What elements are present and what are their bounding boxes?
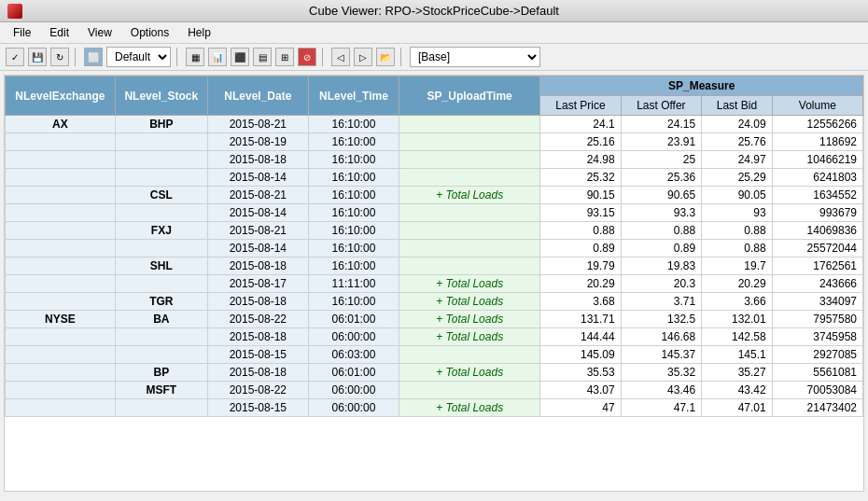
cell-last-price: 25.16 <box>540 133 621 151</box>
cell-last-offer: 47.1 <box>621 399 701 417</box>
cell-volume: 243666 <box>772 275 862 293</box>
toolbar-refresh[interactable]: ↻ <box>50 48 69 66</box>
cell-time: 06:01:00 <box>308 311 399 328</box>
cell-stock <box>115 204 207 222</box>
col-header-date: NLevel_Date <box>207 77 308 116</box>
cell-last-bid: 19.7 <box>702 257 773 275</box>
toolbar-base-select[interactable]: [Base] <box>410 47 540 67</box>
menu-view[interactable]: View <box>80 24 119 41</box>
cell-upload <box>399 133 540 151</box>
cell-date: 2015-08-18 <box>207 328 308 346</box>
cell-exchange <box>6 133 116 151</box>
cell-time: 16:10:00 <box>308 169 399 187</box>
toolbar-check[interactable]: ✓ <box>6 48 24 66</box>
cell-volume: 5561081 <box>772 364 862 382</box>
toolbar-btn6[interactable]: ◁ <box>331 48 350 66</box>
toolbar-cube[interactable]: ⬜ <box>84 48 103 66</box>
cell-volume: 1634552 <box>772 187 862 204</box>
cell-time: 06:03:00 <box>308 346 399 364</box>
cell-date: 2015-08-18 <box>207 151 308 169</box>
cell-time: 06:00:00 <box>308 399 399 417</box>
cell-last-price: 131.71 <box>540 311 621 328</box>
cell-upload <box>399 346 540 364</box>
cell-stock: FXJ <box>115 222 207 240</box>
cell-last-price: 20.29 <box>540 275 621 293</box>
cell-volume: 12556266 <box>772 116 862 133</box>
cell-exchange <box>6 364 116 382</box>
menu-file[interactable]: File <box>6 24 38 41</box>
cell-volume: 118692 <box>772 133 862 151</box>
toolbar-btn4[interactable]: ▤ <box>253 48 272 66</box>
cell-date: 2015-08-14 <box>207 169 308 187</box>
cell-last-price: 90.15 <box>540 187 621 204</box>
cell-volume: 6241803 <box>772 169 862 187</box>
toolbar-btn2[interactable]: 📊 <box>208 48 227 66</box>
cell-stock <box>115 399 207 417</box>
cell-volume: 25572044 <box>772 240 862 257</box>
cell-exchange <box>6 399 116 417</box>
cell-date: 2015-08-14 <box>207 240 308 257</box>
cell-last-offer: 145.37 <box>621 346 701 364</box>
toolbar-btn7[interactable]: ▷ <box>354 48 372 66</box>
col-header-time: NLevel_Time <box>308 77 399 116</box>
col-header-upload: SP_UploadTime <box>399 77 540 116</box>
table-row: 2015-08-1816:10:0024.982524.9710466219 <box>6 151 863 169</box>
cell-exchange <box>6 382 116 399</box>
cell-volume: 7957580 <box>772 311 862 328</box>
cell-volume: 70053084 <box>772 382 862 399</box>
menu-edit[interactable]: Edit <box>42 24 77 41</box>
toolbar: ✓ 💾 ↻ ⬜ Default ▦ 📊 ⬛ ▤ ⊞ ⊘ ◁ ▷ 📂 [Base] <box>0 44 868 71</box>
cell-exchange <box>6 293 116 311</box>
cell-time: 16:10:00 <box>308 204 399 222</box>
cell-last-bid: 43.42 <box>702 382 773 399</box>
cell-stock: TGR <box>115 293 207 311</box>
cell-date: 2015-08-15 <box>207 346 308 364</box>
cell-last-offer: 23.91 <box>621 133 701 151</box>
cell-date: 2015-08-21 <box>207 222 308 240</box>
table-row: 2015-08-1416:10:0093.1593.393993679 <box>6 204 863 222</box>
menu-help[interactable]: Help <box>180 24 218 41</box>
toolbar-view-select[interactable]: Default <box>106 47 171 67</box>
cell-last-bid: 0.88 <box>702 240 773 257</box>
cell-last-bid: 24.97 <box>702 151 773 169</box>
toolbar-stop[interactable]: ⊘ <box>298 48 316 66</box>
cell-last-bid: 20.29 <box>702 275 773 293</box>
cell-last-offer: 0.89 <box>621 240 701 257</box>
menu-options[interactable]: Options <box>123 24 176 41</box>
cell-last-bid: 90.05 <box>702 187 773 204</box>
toolbar-btn3[interactable]: ⬛ <box>231 48 249 66</box>
cell-last-price: 19.79 <box>540 257 621 275</box>
cell-time: 06:01:00 <box>308 364 399 382</box>
cell-time: 16:10:00 <box>308 222 399 240</box>
cell-last-bid: 0.88 <box>702 222 773 240</box>
cell-date: 2015-08-17 <box>207 275 308 293</box>
cell-date: 2015-08-21 <box>207 116 308 133</box>
cell-exchange <box>6 187 116 204</box>
cell-last-bid: 142.58 <box>702 328 773 346</box>
cell-upload <box>399 382 540 399</box>
cell-upload: + Total Loads <box>399 311 540 328</box>
cell-volume: 1762561 <box>772 257 862 275</box>
cell-last-offer: 90.65 <box>621 187 701 204</box>
table-row: 2015-08-1711:11:00+ Total Loads20.2920.3… <box>6 275 863 293</box>
cell-time: 16:10:00 <box>308 293 399 311</box>
toolbar-btn1[interactable]: ▦ <box>186 48 204 66</box>
table-row: TGR2015-08-1816:10:00+ Total Loads3.683.… <box>6 293 863 311</box>
cell-volume: 3745958 <box>772 328 862 346</box>
col-header-stock: NLevel_Stock <box>115 77 207 116</box>
cell-date: 2015-08-15 <box>207 399 308 417</box>
cell-exchange <box>6 169 116 187</box>
col-header-exchange: NLevelExchange <box>6 77 116 116</box>
table-row: 2015-08-1506:03:00145.09145.37145.129270… <box>6 346 863 364</box>
app-icon <box>7 4 22 19</box>
toolbar-separator-1 <box>75 48 78 66</box>
cell-stock: SHL <box>115 257 207 275</box>
table-row: 2015-08-1506:00:00+ Total Loads4747.147.… <box>6 399 863 417</box>
toolbar-btn8[interactable]: 📂 <box>376 48 395 66</box>
table-row: FXJ2015-08-2116:10:000.880.880.881406983… <box>6 222 863 240</box>
toolbar-save[interactable]: 💾 <box>28 48 47 66</box>
cell-time: 11:11:00 <box>308 275 399 293</box>
toolbar-btn5[interactable]: ⊞ <box>275 48 294 66</box>
cell-last-bid: 24.09 <box>702 116 773 133</box>
table-row: BP2015-08-1806:01:00+ Total Loads35.5335… <box>6 364 863 382</box>
